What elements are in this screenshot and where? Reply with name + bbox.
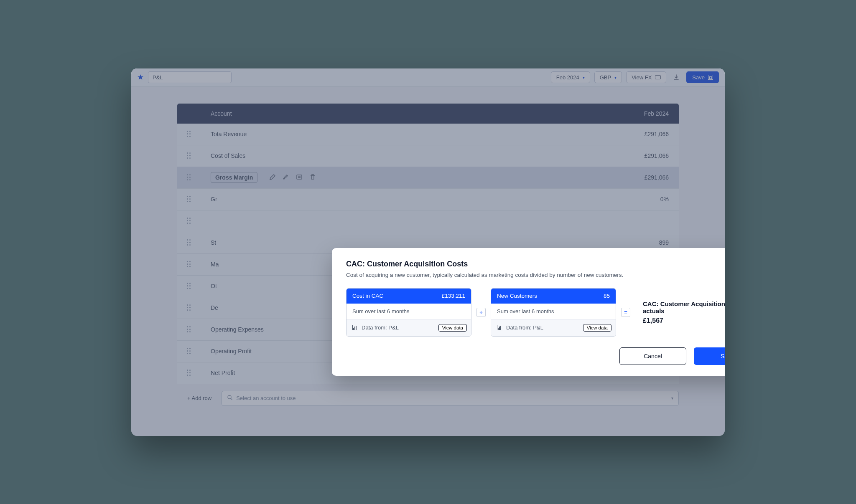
card-value: 85 <box>604 293 610 299</box>
card-name: New Customers <box>497 293 537 299</box>
card-source: Data from: P&L <box>506 324 543 331</box>
save-button[interactable]: Save <box>694 347 725 365</box>
modal-description: Cost of acquiring a new customer, typica… <box>346 272 725 278</box>
card-method: Sum over last 6 months <box>346 304 471 319</box>
result-value: £1,567 <box>643 317 725 324</box>
operator-divide[interactable]: ÷ <box>476 308 486 317</box>
card-header: New Customers 85 <box>491 289 616 304</box>
modal-title: CAC: Customer Acquisition Costs <box>346 260 725 268</box>
card-footer: Data from: P&L View data <box>346 319 471 336</box>
chart-icon <box>352 325 358 330</box>
card-source: Data from: P&L <box>362 324 399 331</box>
cancel-button[interactable]: Cancel <box>619 347 686 365</box>
chart-icon <box>497 325 503 330</box>
card-value: £133,211 <box>442 293 465 299</box>
card-name: Cost in CAC <box>352 293 383 299</box>
card-header: Cost in CAC £133,211 <box>346 289 471 304</box>
card-method: Sum over last 6 months <box>491 304 616 319</box>
operand-card-cost[interactable]: Cost in CAC £133,211 Sum over last 6 mon… <box>346 288 471 337</box>
modal-actions: Cancel Save <box>346 347 725 365</box>
view-data-button[interactable]: View data <box>583 324 611 332</box>
result-block: CAC: Customer Acquisition Costs actuals … <box>635 300 725 324</box>
operator-equals: = <box>621 308 630 317</box>
app-window: ★ Feb 2024 ▾ GBP ▾ View FX Save Account … <box>131 68 725 436</box>
view-data-button[interactable]: View data <box>438 324 467 332</box>
cac-modal: CAC: Customer Acquisition Costs Cost of … <box>332 248 725 376</box>
result-title: CAC: Customer Acquisition Costs actuals <box>643 300 725 314</box>
formula-builder: Cost in CAC £133,211 Sum over last 6 mon… <box>346 288 725 337</box>
operand-card-customers[interactable]: New Customers 85 Sum over last 6 months … <box>491 288 616 337</box>
card-footer: Data from: P&L View data <box>491 319 616 336</box>
